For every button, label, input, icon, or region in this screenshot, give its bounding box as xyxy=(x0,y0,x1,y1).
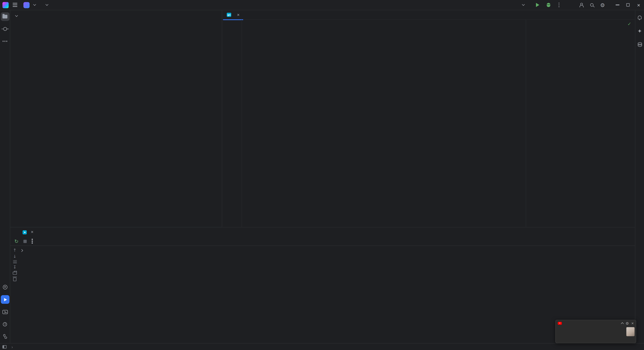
run-panel: × ↻ ↑ ↓ ↧ xyxy=(10,227,635,343)
title-bar: ⚙ × xyxy=(0,0,644,10)
code-area[interactable]: ✓ xyxy=(222,20,635,227)
debug-button[interactable] xyxy=(543,0,554,10)
close-icon[interactable]: × xyxy=(31,230,34,234)
search-icon xyxy=(590,3,594,7)
close-icon[interactable]: × xyxy=(237,12,240,17)
stop-icon[interactable] xyxy=(24,240,27,243)
right-tool-stripe xyxy=(635,10,644,343)
run-config-selector[interactable] xyxy=(517,4,526,6)
rerun-icon[interactable]: ↻ xyxy=(14,239,18,244)
status-bar: › xyxy=(0,343,644,350)
main-area: go × ✓ xyxy=(0,10,644,343)
gear-icon[interactable]: ⚙ xyxy=(626,321,629,325)
close-icon: × xyxy=(637,2,640,7)
tool-problems-button[interactable] xyxy=(1,320,9,328)
close-icon[interactable]: × xyxy=(631,321,634,326)
run-panel-header: × xyxy=(10,228,635,237)
breadcrumb-separator: › xyxy=(12,345,13,349)
commit-icon xyxy=(3,27,7,31)
chevron-up-icon[interactable] xyxy=(621,322,624,325)
layout-icon[interactable] xyxy=(2,345,6,349)
left-tool-stripe xyxy=(0,10,10,343)
editor-tab-bar: go × xyxy=(222,10,635,20)
more-horizontal-icon xyxy=(4,41,5,42)
console-output[interactable] xyxy=(19,246,635,343)
minimize-icon xyxy=(616,5,619,5)
more-actions-button[interactable] xyxy=(554,0,564,10)
youtube-icon xyxy=(558,322,562,325)
chevron-down-icon xyxy=(522,3,524,6)
endpoints-button[interactable] xyxy=(636,54,644,62)
chevron-down-icon xyxy=(33,3,36,6)
project-panel-header[interactable] xyxy=(10,10,222,21)
soft-wrap-icon[interactable] xyxy=(13,260,16,263)
tool-commit-button[interactable] xyxy=(1,25,9,33)
gear-icon: ⚙ xyxy=(600,2,605,7)
ai-assistant-button[interactable] xyxy=(636,27,644,35)
problems-icon xyxy=(3,322,7,326)
ime-bar xyxy=(578,334,639,341)
up-arrow-icon[interactable]: ↑ xyxy=(13,248,16,252)
down-arrow-icon[interactable]: ↓ xyxy=(13,254,16,258)
tool-vcs-button[interactable] xyxy=(1,332,9,341)
database-button[interactable] xyxy=(636,40,644,49)
tool-project-button[interactable] xyxy=(1,12,9,21)
more-vertical-icon xyxy=(558,4,560,5)
bug-icon xyxy=(546,3,550,7)
code-with-me-button[interactable] xyxy=(576,0,586,10)
maximize-icon xyxy=(626,3,630,7)
tool-run-button[interactable] xyxy=(1,295,9,304)
console-toolbar: ↑ ↓ ↧ xyxy=(10,246,19,343)
run-toolbar: ↻ xyxy=(10,237,635,246)
play-icon xyxy=(4,298,7,301)
user-icon xyxy=(579,3,584,7)
services-icon xyxy=(3,285,7,290)
print-icon[interactable] xyxy=(13,272,17,275)
right-margin-guide xyxy=(526,20,526,227)
more-tool-windows-button[interactable] xyxy=(1,37,9,45)
terminal-icon xyxy=(2,310,8,314)
database-icon xyxy=(638,42,642,47)
close-button[interactable]: × xyxy=(633,0,644,10)
run-tab[interactable]: × xyxy=(20,228,36,237)
minimize-button[interactable] xyxy=(612,0,623,10)
inspections-ok-icon[interactable]: ✓ xyxy=(628,21,632,27)
main-menu-icon[interactable] xyxy=(13,3,17,7)
search-everywhere-button[interactable] xyxy=(586,0,597,10)
bell-icon xyxy=(638,15,642,19)
goland-window: ⚙ × xyxy=(0,0,644,350)
go-file-icon: go xyxy=(227,13,231,17)
project-panel xyxy=(10,10,222,227)
editor: go × ✓ xyxy=(222,10,635,227)
chevron-down-icon xyxy=(46,3,48,6)
project-widget[interactable] xyxy=(21,1,38,9)
chevron-down-icon xyxy=(15,14,18,16)
media-notification-header: ⚙ × xyxy=(556,320,636,326)
branch-icon xyxy=(3,334,7,339)
media-notification-body[interactable] xyxy=(556,326,636,327)
gutter-separator xyxy=(242,20,242,227)
project-avatar xyxy=(24,2,30,8)
more-vertical-icon[interactable] xyxy=(32,241,33,242)
goland-logo-icon xyxy=(2,2,9,8)
scroll-to-end-icon[interactable]: ↧ xyxy=(13,265,16,269)
folder-icon xyxy=(2,15,8,18)
run-config-icon xyxy=(23,230,27,234)
tool-services-button[interactable] xyxy=(1,283,9,291)
run-button[interactable] xyxy=(532,0,543,10)
clear-console-icon[interactable] xyxy=(13,277,16,281)
tool-terminal-button[interactable] xyxy=(1,308,9,316)
editor-tab-main-go[interactable]: go × xyxy=(223,10,243,19)
settings-button[interactable]: ⚙ xyxy=(597,0,608,10)
play-icon xyxy=(536,3,539,7)
notifications-button[interactable] xyxy=(636,13,644,22)
console-fold-line xyxy=(19,247,635,254)
sparkle-icon xyxy=(638,29,642,33)
vcs-widget[interactable] xyxy=(42,4,50,6)
chevron-right-icon[interactable] xyxy=(20,249,23,252)
maximize-button[interactable] xyxy=(623,0,634,10)
